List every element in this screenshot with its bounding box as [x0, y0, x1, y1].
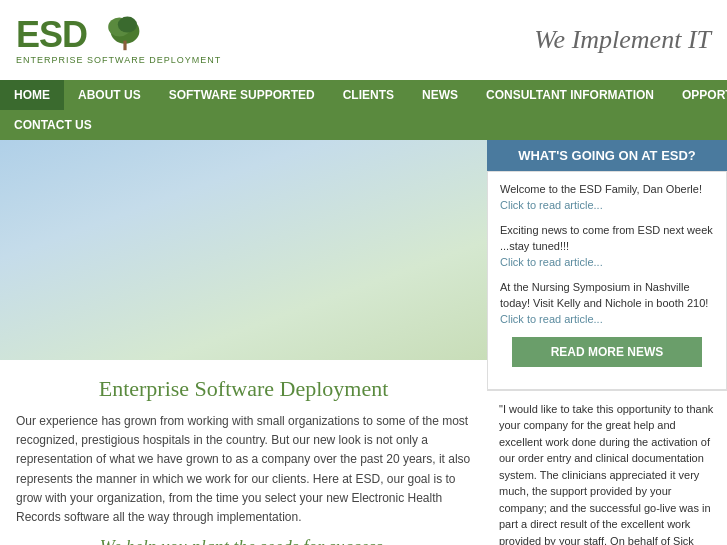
logo-area: ESD ENTERPRISE SOFTWARE DEPLOYMENT — [16, 15, 221, 65]
nav-contact-us[interactable]: CONTACT US — [0, 110, 106, 140]
news-item-3-text: At the Nursing Symposium in Nashville to… — [500, 280, 714, 311]
logo-text: ESD — [16, 17, 87, 53]
company-name: ENTERPRISE SOFTWARE DEPLOYMENT — [16, 55, 221, 65]
intro-text: Our experience has grown from working wi… — [16, 412, 471, 527]
svg-rect-3 — [123, 41, 126, 51]
nav-clients[interactable]: CLIENTS — [329, 80, 408, 110]
logo-tree-icon — [91, 15, 151, 55]
header: ESD ENTERPRISE SOFTWARE DEPLOYMENT We Im… — [0, 0, 727, 80]
nav-opportunities[interactable]: OPPORTUNITIES WITH ESD — [668, 80, 727, 110]
nav-about-us[interactable]: ABOUT US — [64, 80, 155, 110]
news-item-1-link[interactable]: Click to read article... — [500, 199, 714, 211]
nav-home[interactable]: HOME — [0, 80, 64, 110]
whats-going-on-header: WHAT'S GOING ON AT ESD? — [487, 140, 727, 171]
news-item-2-text: Exciting news to come from ESD next week… — [500, 223, 714, 254]
slogan: We help you plant the seeds for success. — [16, 537, 471, 545]
news-item-2-link[interactable]: Click to read article... — [500, 256, 714, 268]
news-items: Welcome to the ESD Family, Dan Oberle! C… — [487, 171, 727, 390]
logo-row: ESD — [16, 15, 221, 55]
news-item-1-text: Welcome to the ESD Family, Dan Oberle! — [500, 182, 714, 197]
news-item-3: At the Nursing Symposium in Nashville to… — [500, 280, 714, 325]
tagline: We Implement IT — [534, 25, 711, 55]
news-item-3-link[interactable]: Click to read article... — [500, 313, 714, 325]
news-item-1: Welcome to the ESD Family, Dan Oberle! C… — [500, 182, 714, 211]
nav: HOME ABOUT US SOFTWARE SUPPORTED CLIENTS… — [0, 80, 727, 140]
svg-point-2 — [118, 17, 137, 33]
testimonial-text: "I would like to take this opportunity t… — [487, 390, 727, 545]
nav-software-supported[interactable]: SOFTWARE SUPPORTED — [155, 80, 329, 110]
sidebar: WHAT'S GOING ON AT ESD? Welcome to the E… — [487, 140, 727, 545]
hero-image — [0, 140, 487, 360]
nav-consultant-information[interactable]: CONSULTANT INFORMATION — [472, 80, 668, 110]
content-area: Enterprise Software Deployment Our exper… — [0, 140, 487, 545]
nav-news[interactable]: NEWS — [408, 80, 472, 110]
main-title: Enterprise Software Deployment — [16, 376, 471, 402]
news-item-2: Exciting news to come from ESD next week… — [500, 223, 714, 268]
text-content: Enterprise Software Deployment Our exper… — [0, 360, 487, 545]
main: Enterprise Software Deployment Our exper… — [0, 140, 727, 545]
nav-row1: HOME ABOUT US SOFTWARE SUPPORTED CLIENTS… — [0, 80, 727, 110]
nav-row2: CONTACT US — [0, 110, 106, 140]
hero-clouds — [0, 140, 487, 360]
read-more-news-button[interactable]: READ MORE NEWS — [512, 337, 702, 367]
